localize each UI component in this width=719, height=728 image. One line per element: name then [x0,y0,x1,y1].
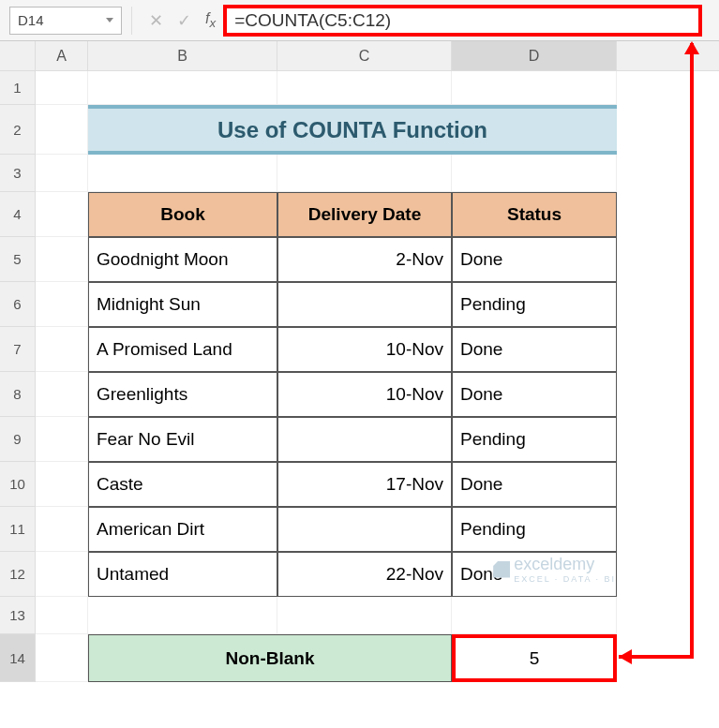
cell-book-0[interactable]: Goodnight Moon [88,237,277,282]
cell-date-1[interactable] [277,282,452,327]
row-header-12[interactable]: 12 [0,552,36,597]
col-header-A[interactable]: A [36,41,88,70]
header-book[interactable]: Book [88,192,277,237]
cell-date-3[interactable]: 10-Nov [277,372,452,417]
cell-book-4[interactable]: Fear No Evil [88,417,277,462]
cancel-icon[interactable]: ✕ [142,7,170,35]
cell-date-7[interactable]: 22-Nov [277,552,452,597]
row-header-7[interactable]: 7 [0,327,36,372]
name-box-value: D14 [18,12,44,28]
cell-A12[interactable] [36,552,88,597]
cell-D1[interactable] [452,71,617,105]
formula-text: =COUNTA(C5:C12) [234,10,391,31]
row-header-10[interactable]: 10 [0,462,36,507]
cell-status-7[interactable]: Done [452,552,617,597]
cell-book-2[interactable]: A Promised Land [88,327,277,372]
cell-A14[interactable] [36,634,88,682]
cell-book-1[interactable]: Midnight Sun [88,282,277,327]
row-headers: 1 2 3 4 5 6 7 8 9 10 11 12 13 14 [0,71,36,682]
cell-A13[interactable] [36,597,88,634]
cell-date-6[interactable] [277,507,452,552]
column-headers: A B C D [0,41,719,71]
row-header-3[interactable]: 3 [0,155,36,192]
cell-A9[interactable] [36,417,88,462]
cell-A6[interactable] [36,282,88,327]
row-header-5[interactable]: 5 [0,237,36,282]
cell-B1[interactable] [88,71,277,105]
row-header-2[interactable]: 2 [0,105,36,155]
row-header-13[interactable]: 13 [0,597,36,634]
row-header-9[interactable]: 9 [0,417,36,462]
title-cell[interactable]: Use of COUNTA Function [88,105,617,155]
row-header-14[interactable]: 14 [0,634,36,682]
cell-status-5[interactable]: Done [452,462,617,507]
row-header-8[interactable]: 8 [0,372,36,417]
cell-A2[interactable] [36,105,88,155]
formula-input[interactable]: =COUNTA(C5:C12) [223,5,702,37]
header-date[interactable]: Delivery Date [277,192,452,237]
cell-C1[interactable] [277,71,452,105]
cell-date-0[interactable]: 2-Nov [277,237,452,282]
row-header-11[interactable]: 11 [0,507,36,552]
cell-status-0[interactable]: Done [452,237,617,282]
cell-date-5[interactable]: 17-Nov [277,462,452,507]
cell-book-3[interactable]: Greenlights [88,372,277,417]
cell-B3[interactable] [88,155,277,192]
nonblank-label[interactable]: Non-Blank [88,634,452,682]
cell-D14[interactable]: 5 [452,634,617,682]
name-box[interactable]: D14 [9,7,122,35]
cell-A11[interactable] [36,507,88,552]
cell-B13[interactable] [88,597,277,634]
cell-book-6[interactable]: American Dirt [88,507,277,552]
cell-status-2[interactable]: Done [452,327,617,372]
cell-A7[interactable] [36,327,88,372]
cells-area: Use of COUNTA Function Book Delivery Dat… [36,71,719,682]
cell-A3[interactable] [36,155,88,192]
dropdown-icon[interactable] [106,18,113,22]
cell-A8[interactable] [36,372,88,417]
row-header-4[interactable]: 4 [0,192,36,237]
header-status[interactable]: Status [452,192,617,237]
cell-A1[interactable] [36,71,88,105]
separator [131,7,132,35]
select-all-cell[interactable] [0,41,36,70]
enter-icon[interactable]: ✓ [170,7,198,35]
cell-C13[interactable] [277,597,452,634]
cell-A4[interactable] [36,192,88,237]
col-header-B[interactable]: B [88,41,277,70]
cell-A5[interactable] [36,237,88,282]
row-header-1[interactable]: 1 [0,71,36,105]
cell-book-5[interactable]: Caste [88,462,277,507]
cell-C3[interactable] [277,155,452,192]
cell-status-4[interactable]: Pending [452,417,617,462]
cell-date-2[interactable]: 10-Nov [277,327,452,372]
cell-status-1[interactable]: Pending [452,282,617,327]
cell-status-6[interactable]: Pending [452,507,617,552]
formula-bar: D14 ✕ ✓ fx =COUNTA(C5:C12) [0,0,719,41]
cell-D13[interactable] [452,597,617,634]
cell-A10[interactable] [36,462,88,507]
fx-icon[interactable]: fx [198,10,223,30]
row-header-6[interactable]: 6 [0,282,36,327]
cell-date-4[interactable] [277,417,452,462]
col-header-C[interactable]: C [277,41,452,70]
cell-D3[interactable] [452,155,617,192]
cell-status-3[interactable]: Done [452,372,617,417]
cell-book-7[interactable]: Untamed [88,552,277,597]
col-header-D[interactable]: D [452,41,617,70]
